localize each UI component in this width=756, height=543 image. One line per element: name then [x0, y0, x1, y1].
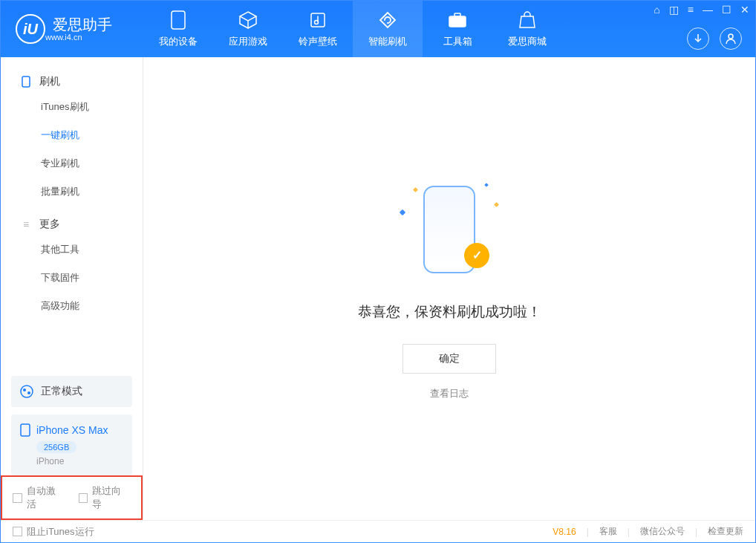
highlighted-options: 自动激活 跳过向导	[1, 475, 143, 520]
device-type: iPhone	[36, 456, 123, 466]
checkbox-label: 跳过向导	[92, 484, 131, 511]
tab-label: 智能刷机	[368, 35, 407, 48]
check-update-link[interactable]: 检查更新	[708, 525, 743, 538]
wechat-link[interactable]: 微信公众号	[640, 525, 685, 538]
tab-label: 我的设备	[159, 35, 198, 48]
support-link[interactable]: 客服	[599, 525, 617, 538]
sidebar-head-label: 更多	[39, 218, 60, 231]
svg-rect-4	[454, 13, 460, 16]
checkbox-label: 阻止iTunes运行	[27, 525, 94, 539]
tab-label: 工具箱	[443, 35, 472, 48]
checkbox-label: 自动激活	[27, 484, 65, 511]
svg-rect-0	[172, 11, 185, 29]
toolbox-icon	[447, 10, 468, 30]
sidebar-item-other-tools[interactable]: 其他工具	[1, 235, 143, 264]
window-controls: ⌂ ◫ ≡ — ☐ ✕	[654, 4, 749, 16]
app-name: 爱思助手	[53, 16, 112, 33]
svg-point-2	[315, 21, 319, 25]
device-name: iPhone XS Max	[36, 424, 108, 436]
refresh-icon	[377, 10, 398, 30]
logo: iU 爱思助手 www.i4.cn	[1, 14, 143, 44]
status-bar: 阻止iTunes运行 V8.16 | 客服 | 微信公众号 | 检查更新	[1, 520, 755, 542]
profile-button[interactable]	[720, 27, 742, 50]
tab-label: 铃声壁纸	[299, 35, 337, 48]
user-buttons	[687, 27, 742, 50]
shirt-icon[interactable]: ⌂	[654, 4, 659, 16]
tab-apps-games[interactable]: 应用游戏	[213, 1, 283, 57]
svg-point-8	[23, 388, 26, 391]
bag-icon	[517, 10, 538, 30]
phone-icon	[168, 10, 189, 30]
version-label: V8.16	[553, 527, 576, 537]
tab-label: 爱思商城	[508, 35, 547, 48]
sidebar-section-flash: 刷机	[1, 71, 143, 93]
success-message: 恭喜您，保资料刷机成功啦！	[358, 302, 541, 322]
block-itunes-checkbox[interactable]: 阻止iTunes运行	[13, 525, 94, 539]
close-icon[interactable]: ✕	[740, 4, 749, 16]
menu-icon[interactable]: ≡	[688, 4, 694, 16]
auto-activate-checkbox[interactable]: 自动激活	[13, 484, 65, 511]
svg-point-7	[21, 386, 33, 397]
tab-flash[interactable]: 智能刷机	[353, 1, 423, 57]
svg-point-5	[729, 34, 733, 39]
sidebar-item-pro-flash[interactable]: 专业刷机	[1, 149, 143, 178]
tab-store[interactable]: 爱思商城	[492, 1, 562, 57]
tab-label: 应用游戏	[229, 35, 267, 48]
device-phone-icon	[20, 423, 30, 437]
top-nav: iU 爱思助手 www.i4.cn 我的设备 应用游戏 铃声壁纸 智能刷机 工具…	[1, 1, 755, 57]
main-tabs: 我的设备 应用游戏 铃声壁纸 智能刷机 工具箱 爱思商城	[143, 1, 562, 57]
maximize-icon[interactable]: ☐	[722, 4, 731, 16]
sidebar-item-itunes-flash[interactable]: iTunes刷机	[1, 93, 143, 121]
list-icon: ≡	[20, 218, 32, 230]
svg-rect-10	[21, 424, 30, 436]
device-mode-label: 正常模式	[41, 385, 82, 398]
logo-icon: iU	[16, 14, 45, 44]
success-illustration: ✓	[397, 178, 501, 282]
sidebar-section-more: ≡ 更多	[1, 213, 143, 235]
lock-icon[interactable]: ◫	[669, 4, 679, 16]
sidebar-item-advanced[interactable]: 高级功能	[1, 292, 143, 320]
tab-toolbox[interactable]: 工具箱	[423, 1, 492, 57]
sidebar-item-download-firmware[interactable]: 下载固件	[1, 264, 143, 292]
skip-guide-checkbox[interactable]: 跳过向导	[79, 484, 131, 511]
music-icon	[307, 10, 328, 30]
cube-icon	[238, 10, 258, 30]
tab-ringtones[interactable]: 铃声壁纸	[283, 1, 353, 57]
minimize-icon[interactable]: —	[703, 4, 713, 16]
tab-my-device[interactable]: 我的设备	[143, 1, 213, 57]
ok-button[interactable]: 确定	[403, 344, 496, 374]
device-storage: 256GB	[36, 441, 76, 453]
sidebar-item-batch-flash[interactable]: 批量刷机	[1, 178, 143, 206]
phone-outline-icon	[20, 76, 32, 88]
device-info-box[interactable]: iPhone XS Max 256GB iPhone	[11, 414, 132, 475]
success-check-icon: ✓	[464, 243, 489, 268]
app-site: www.i4.cn	[45, 33, 112, 42]
view-log-link[interactable]: 查看日志	[430, 387, 469, 400]
svg-rect-6	[22, 77, 30, 87]
main-content: ✓ 恭喜您，保资料刷机成功啦！ 确定 查看日志	[143, 57, 755, 520]
svg-point-9	[27, 391, 30, 394]
sidebar-head-label: 刷机	[39, 75, 60, 88]
sidebar-item-oneclick-flash[interactable]: 一键刷机	[1, 121, 143, 149]
svg-rect-3	[449, 16, 466, 27]
sidebar: 刷机 iTunes刷机 一键刷机 专业刷机 批量刷机 ≡ 更多 其他工具 下载固…	[1, 57, 143, 520]
device-mode-box[interactable]: 正常模式	[11, 376, 132, 407]
download-button[interactable]	[687, 27, 709, 50]
